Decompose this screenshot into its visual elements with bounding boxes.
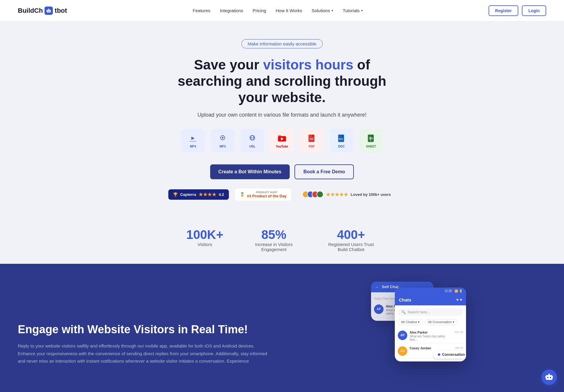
- file-icon-doc[interactable]: DOC DOC: [329, 129, 353, 153]
- producthunt-icon: 🏅: [240, 192, 245, 197]
- cta-buttons: Create a Bot Within Minutes Book a Free …: [210, 164, 354, 179]
- main-chat-item-1[interactable]: AP Alex Parker What are Tesla's top safe…: [398, 328, 463, 344]
- file-icon-mp4[interactable]: MP4: [181, 129, 205, 153]
- phone-filter-row: All Chatbot ▾ All Conversation ▾: [398, 319, 463, 325]
- file-icon-sheet[interactable]: SHEET: [359, 129, 383, 153]
- stat-users: 400+ Registered Users Trust Build Chatbo…: [324, 228, 378, 252]
- hero-badge: Make information easily accessible: [241, 39, 323, 48]
- filter-chatbot-label: All Chatbot: [401, 320, 417, 324]
- capterra-score: 4.2: [219, 192, 224, 197]
- stat-engagement-label: Increase in Visitors Engagement: [247, 242, 300, 252]
- phone-main: 12:30 📶 🔋 Chats 🔍 Search here...: [395, 288, 466, 361]
- file-mp3-label: MP3: [220, 145, 226, 148]
- book-demo-button[interactable]: Book a Free Demo: [294, 164, 354, 179]
- producthunt-label: #3 Product of the Day: [247, 194, 287, 198]
- file-icon-pdf[interactable]: PDF PDF: [300, 129, 324, 153]
- filter-all-conversation[interactable]: All Conversation ▾: [425, 319, 458, 325]
- nav-pricing[interactable]: Pricing: [253, 8, 266, 13]
- hero-title-accent: visitors hours: [263, 57, 353, 72]
- nav-how-it-works[interactable]: How It Works: [276, 8, 302, 13]
- logo-text-right: tbot: [55, 7, 67, 15]
- logo-bot-icon: [45, 7, 53, 15]
- capterra-label: Capterra: [180, 192, 196, 197]
- file-icon-url[interactable]: URL: [240, 129, 264, 153]
- hero-subtitle: Upload your own content in various file …: [197, 112, 366, 118]
- create-bot-button[interactable]: Create a Bot Within Minutes: [210, 164, 290, 179]
- hero-section: Make information easily accessible Save …: [0, 21, 564, 216]
- file-formats: MP4 ♪ MP3 URL: [181, 129, 383, 153]
- main-chat-preview-1: What are Tesla's top safety feat...: [410, 335, 452, 341]
- svg-rect-28: [368, 134, 374, 142]
- phone-time-bar: 12:30 📶 🔋: [395, 288, 466, 294]
- user-avatars: [302, 191, 324, 198]
- capterra-badge: 🏆 Capterra ★★★★ 4.2: [168, 189, 229, 200]
- svg-text:PDF: PDF: [310, 138, 313, 140]
- logo-text-left: BuildCh: [18, 7, 43, 15]
- main-chat-name-1: Alex Parker: [410, 331, 452, 334]
- main-avatar-2: CJ: [398, 346, 407, 356]
- filter-chatbot-chevron: ▾: [418, 320, 420, 324]
- hero-title: Save your visitors hours of searching an…: [169, 57, 395, 106]
- nav-links: Features Integrations Pricing How It Wor…: [193, 8, 363, 13]
- engage-title: Engage with Website Visitors in Real Tim…: [18, 323, 273, 337]
- nav-actions: Register Login: [489, 5, 546, 16]
- stat-engagement-number: 85%: [247, 228, 300, 242]
- svg-text:DOC: DOC: [339, 138, 343, 140]
- trust-badges: 🏆 Capterra ★★★★ 4.2 🏅 PRODUCT HUNT #3 Pr…: [168, 188, 396, 201]
- conversation-badge: Conversation: [434, 351, 466, 358]
- main-chat-info-1: Alex Parker What are Tesla's top safety …: [410, 331, 452, 341]
- navigation: BuildCh tbot Features Integrations Prici…: [0, 0, 564, 21]
- conversation-label: Conversation: [442, 353, 465, 357]
- engage-section: Engage with Website Visitors in Real Tim…: [0, 264, 564, 392]
- filter-conversation-label: All Conversation: [428, 320, 452, 324]
- phone-status-dot-1: [457, 299, 458, 301]
- main-chat-info-2: Casey Jordan: [410, 346, 453, 350]
- file-icon-mp3[interactable]: ♪ MP3: [211, 129, 235, 153]
- svg-point-2: [49, 11, 50, 12]
- nav-integrations[interactable]: Integrations: [220, 8, 243, 13]
- stat-engagement: 85% Increase in Visitors Engagement: [247, 228, 300, 252]
- back-avatar-1: AP: [374, 304, 384, 314]
- svg-rect-13: [247, 133, 258, 144]
- engage-description: Reply to your website visitors swiftly a…: [18, 342, 273, 365]
- register-button[interactable]: Register: [489, 5, 518, 16]
- phone-header-icons: [457, 299, 462, 301]
- tutorials-chevron-icon: ▾: [361, 9, 363, 12]
- file-doc-label: DOC: [338, 145, 345, 148]
- back-phone-title: Self Chat: [382, 285, 398, 289]
- stat-visitors-number: 100K+: [186, 228, 224, 242]
- main-chat-name-2: Casey Jordan: [410, 346, 453, 350]
- nav-features[interactable]: Features: [193, 8, 210, 13]
- producthunt-sub: PRODUCT HUNT: [247, 191, 287, 194]
- nav-solutions[interactable]: Solutions ▾: [312, 8, 333, 13]
- phone-status-icons: 📶 🔋: [454, 289, 462, 293]
- svg-rect-32: [546, 375, 552, 380]
- capterra-icon: 🏆: [173, 192, 178, 197]
- engage-text: Engage with Website Visitors in Real Tim…: [18, 323, 273, 365]
- login-button[interactable]: Login: [522, 5, 546, 16]
- users-stars: ★★★★★: [326, 192, 348, 197]
- logo[interactable]: BuildCh tbot: [18, 7, 67, 15]
- stat-visitors: 100K+ Visitors: [186, 228, 224, 252]
- svg-point-33: [547, 377, 549, 378]
- nav-tutorials[interactable]: Tutorials ▾: [343, 8, 363, 13]
- svg-rect-8: [190, 141, 196, 142]
- engage-visual: ← Self Chat Tesla Chat conversations... …: [291, 282, 546, 392]
- phone-main-header: Chats: [395, 294, 466, 305]
- producthunt-text: PRODUCT HUNT #3 Product of the Day: [247, 191, 287, 198]
- stats-section: 100K+ Visitors 85% Increase in Visitors …: [0, 216, 564, 264]
- stat-users-label: Registered Users Trust Build Chatbot: [324, 242, 378, 252]
- stat-users-number: 400+: [324, 228, 378, 242]
- phone-search-bar[interactable]: 🔍 Search here...: [398, 308, 463, 316]
- capterra-stars: ★★★★: [199, 192, 216, 197]
- file-icon-youtube[interactable]: You Tube YouTube: [270, 129, 294, 153]
- filter-all-chatbot[interactable]: All Chatbot ▾: [398, 319, 423, 325]
- hero-title-start: Save your: [194, 57, 263, 72]
- chatbot-corner-button[interactable]: [541, 369, 557, 385]
- svg-point-12: [222, 137, 223, 139]
- phone-search-icon: 🔍: [401, 310, 406, 314]
- main-chat-time-1: Nov 05: [454, 331, 463, 334]
- svg-point-34: [550, 377, 551, 378]
- file-mp4-label: MP4: [190, 145, 196, 148]
- file-pdf-label: PDF: [309, 145, 315, 148]
